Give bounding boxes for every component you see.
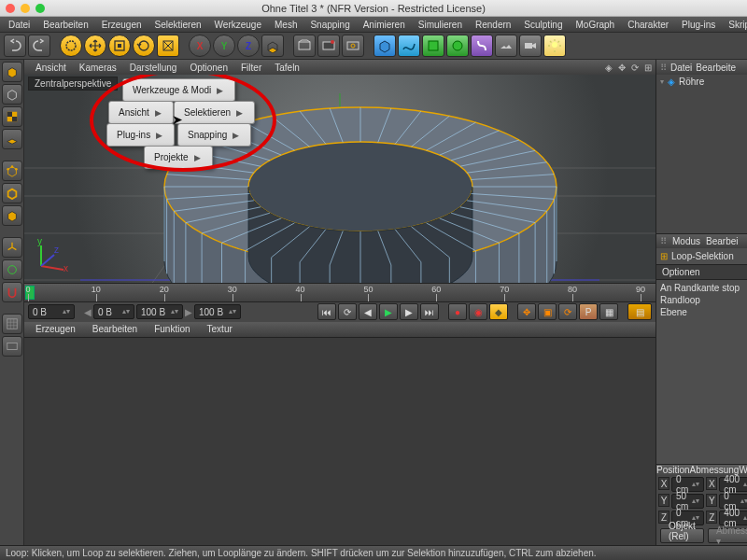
vtab-kameras[interactable]: Kameras bbox=[74, 63, 122, 73]
key-pos-button[interactable]: ✥ bbox=[517, 303, 536, 320]
range-end-field[interactable]: 100 B▴▾ bbox=[194, 304, 241, 319]
menu-bearbeiten[interactable]: Bearbeiten bbox=[38, 19, 92, 31]
range-mid-field[interactable]: 100 B▴▾ bbox=[136, 304, 183, 319]
keyframe-button[interactable]: ◆ bbox=[489, 303, 508, 320]
render-pv-button[interactable] bbox=[317, 35, 340, 57]
move-button[interactable] bbox=[84, 35, 106, 57]
coord-system-button[interactable] bbox=[261, 35, 284, 57]
vtab-darstellung[interactable]: Darstellung bbox=[124, 63, 183, 73]
coord-field[interactable]: 400 cm▴▾ bbox=[719, 477, 747, 492]
workplane-button[interactable] bbox=[2, 314, 22, 334]
environment-button[interactable] bbox=[495, 35, 517, 57]
view-nav-3-icon[interactable]: ⟳ bbox=[626, 63, 637, 73]
rtab-datei[interactable]: Datei bbox=[670, 63, 692, 73]
coord-dim-button[interactable]: Abmessung ▾ bbox=[708, 528, 747, 543]
view-nav-4-icon[interactable]: ⊞ bbox=[639, 63, 650, 73]
light-button[interactable] bbox=[543, 35, 566, 57]
prev-frame-button[interactable]: ◀ bbox=[359, 303, 377, 320]
menu-snapping[interactable]: Snapping bbox=[305, 19, 354, 31]
goto-end-button[interactable]: ⏭ bbox=[420, 303, 439, 320]
atab-textur[interactable]: Textur bbox=[200, 324, 240, 334]
opt-ebene[interactable]: Ebene bbox=[660, 307, 687, 317]
viewport[interactable]: Zentralperspektive bbox=[24, 75, 655, 283]
loop-button[interactable]: ⟳ bbox=[338, 303, 357, 320]
menu-animieren[interactable]: Animieren bbox=[359, 19, 410, 31]
view-nav-2-icon[interactable]: ✥ bbox=[613, 63, 624, 73]
menu-charakter[interactable]: Charakter bbox=[623, 19, 673, 31]
scale-button[interactable] bbox=[108, 35, 131, 57]
redo-button[interactable] bbox=[28, 35, 50, 57]
vtab-ansicht[interactable]: Ansicht bbox=[30, 63, 72, 73]
autokey-button[interactable]: ◉ bbox=[469, 303, 487, 320]
coord-field[interactable]: 400 cm▴▾ bbox=[719, 511, 747, 525]
atab-erzeugen[interactable]: Erzeugen bbox=[28, 324, 83, 334]
disclosure-icon[interactable]: ▾ bbox=[660, 77, 664, 86]
texture-mode-button[interactable] bbox=[2, 106, 22, 127]
menu-erzeugen[interactable]: Erzeugen bbox=[97, 19, 147, 31]
deformer-button[interactable] bbox=[471, 35, 493, 57]
next-frame-button[interactable]: ▶ bbox=[400, 303, 418, 320]
menu-rendern[interactable]: Rendern bbox=[471, 19, 515, 31]
goto-start-button[interactable]: ⏮ bbox=[317, 303, 336, 320]
atab-funktion[interactable]: Funktion bbox=[147, 324, 197, 334]
coord-field[interactable]: 0 cm▴▾ bbox=[719, 494, 747, 509]
rotate-button[interactable] bbox=[133, 35, 155, 57]
play-button[interactable]: ▶ bbox=[379, 303, 398, 320]
object-name[interactable]: Röhre bbox=[679, 77, 704, 87]
snap-button[interactable] bbox=[2, 282, 22, 302]
undo-button[interactable] bbox=[4, 35, 26, 57]
render-view-button[interactable] bbox=[293, 35, 316, 57]
primitive-button[interactable] bbox=[374, 35, 396, 57]
menu-skript[interactable]: Skript bbox=[724, 19, 747, 31]
lock-y-button[interactable]: Y bbox=[213, 35, 235, 57]
timeline[interactable]: 0102030405060708090 bbox=[24, 283, 655, 301]
axis-mode-button[interactable] bbox=[2, 237, 22, 258]
object-row-tube[interactable]: ▾ ◈ Röhre bbox=[656, 75, 747, 89]
menu-mograph[interactable]: MoGraph bbox=[571, 19, 619, 31]
edge-mode-button[interactable] bbox=[2, 183, 22, 203]
menu-datei[interactable]: Datei bbox=[4, 19, 35, 31]
range-start-field[interactable]: 0 B▴▾ bbox=[93, 304, 134, 319]
opt-randkante[interactable]: An Randkante stop bbox=[660, 283, 740, 293]
rtab-bearbeiten[interactable]: Bearbeite bbox=[696, 63, 736, 73]
menu-plugins[interactable]: Plug-ins bbox=[677, 19, 720, 31]
menu-selektieren[interactable]: Selektieren bbox=[150, 19, 206, 31]
atab-bearbeiten[interactable]: Bearbeiten bbox=[85, 324, 145, 334]
vtab-optionen[interactable]: Optionen bbox=[184, 63, 233, 73]
vtab-filter[interactable]: Filter bbox=[235, 63, 267, 73]
camera-button[interactable] bbox=[519, 35, 542, 57]
spline-button[interactable] bbox=[398, 35, 420, 57]
model-mode-button[interactable] bbox=[2, 84, 22, 105]
coord-field[interactable]: 0 cm▴▾ bbox=[671, 477, 704, 492]
key-rot-button[interactable]: ⟳ bbox=[558, 303, 577, 320]
key-pla-button[interactable]: ▦ bbox=[599, 303, 618, 320]
workplane-mode-button[interactable] bbox=[2, 129, 22, 149]
frame-start-field[interactable]: 0 B▴▾ bbox=[28, 304, 75, 319]
atab-modus[interactable]: Modus bbox=[672, 236, 700, 246]
keymode-button[interactable]: ▤ bbox=[627, 303, 652, 320]
record-button[interactable]: ● bbox=[448, 303, 467, 320]
menu-werkzeuge[interactable]: Werkzeuge bbox=[210, 19, 266, 31]
vtab-tafeln[interactable]: Tafeln bbox=[269, 63, 305, 73]
generator2-button[interactable] bbox=[446, 35, 469, 57]
polygon-mode-button[interactable] bbox=[2, 205, 22, 226]
coord-field[interactable]: 50 cm▴▾ bbox=[671, 494, 704, 509]
make-editable-button[interactable] bbox=[2, 62, 22, 82]
lock-x-button[interactable]: X bbox=[189, 35, 211, 57]
generator-button[interactable] bbox=[422, 35, 444, 57]
lock-z-button[interactable]: Z bbox=[237, 35, 260, 57]
menu-simulieren[interactable]: Simulieren bbox=[414, 19, 467, 31]
opt-randloop[interactable]: Randloop bbox=[660, 295, 700, 305]
atab-bearbei[interactable]: Bearbei bbox=[706, 236, 738, 246]
viewport-solo-button[interactable] bbox=[2, 259, 22, 280]
render-settings-button[interactable] bbox=[342, 35, 364, 57]
coord-mode-button[interactable]: Objekt (Rel) ▾ bbox=[660, 528, 704, 543]
view-nav-1-icon[interactable]: ◈ bbox=[599, 63, 611, 73]
key-param-button[interactable]: P bbox=[579, 303, 598, 320]
menu-sculpting[interactable]: Sculpting bbox=[519, 19, 567, 31]
point-mode-button[interactable] bbox=[2, 161, 22, 181]
key-scale-button[interactable]: ▣ bbox=[538, 303, 557, 320]
last-tool-button[interactable] bbox=[157, 35, 179, 57]
locked-workplane-button[interactable] bbox=[2, 336, 22, 357]
menu-mesh[interactable]: Mesh bbox=[270, 19, 302, 31]
